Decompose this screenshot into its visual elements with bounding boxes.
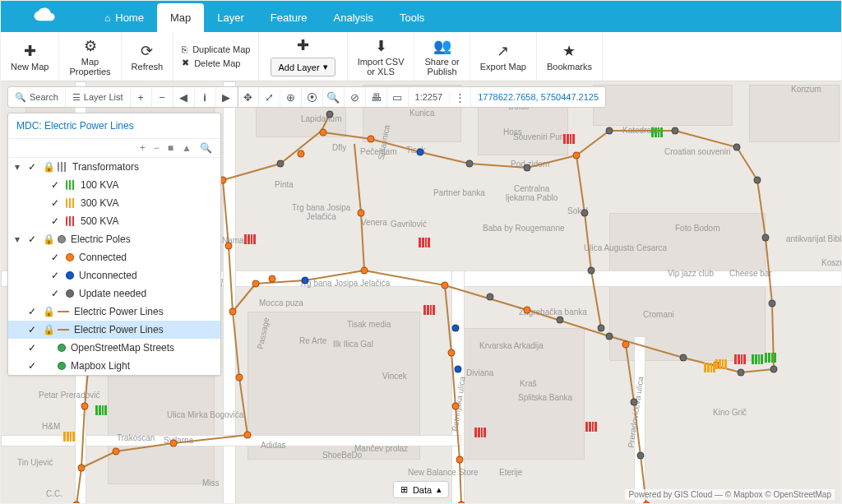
pole-node[interactable] <box>361 267 368 275</box>
layer-transformators[interactable]: ▾ ✓ 🔒 Transformators <box>8 158 220 176</box>
pole-node[interactable] <box>573 152 581 160</box>
transformator-node[interactable] <box>563 134 575 144</box>
pole-node[interactable] <box>631 399 638 406</box>
print-button[interactable]: 🖶 <box>366 87 387 107</box>
share-button[interactable]: 👥Share or Publish <box>414 32 470 81</box>
bookmarks-button[interactable]: ★Bookmarks <box>537 32 603 81</box>
area-select-button[interactable]: ⤢ <box>259 87 280 107</box>
transformator-node[interactable] <box>585 422 597 432</box>
add-layer-icon[interactable]: + <box>140 142 146 154</box>
full-extent-button[interactable]: ⊕ <box>280 87 302 107</box>
export-button[interactable]: ↗Export Map <box>470 32 537 81</box>
locate-button[interactable]: ⦿ <box>302 87 323 107</box>
new-map-button[interactable]: ✚New Map <box>1 32 59 81</box>
tab-feature[interactable]: Feature <box>257 3 321 32</box>
search-button[interactable]: 🔍Search <box>8 87 66 107</box>
coords-menu-button[interactable]: ⋮ <box>450 87 471 107</box>
pole-node[interactable] <box>170 440 178 447</box>
delete-map-button[interactable]: ✖Delete Map <box>182 58 250 68</box>
zoom-to-selection-button[interactable]: 🔍 <box>323 87 345 107</box>
pole-node[interactable] <box>762 234 770 242</box>
tab-home[interactable]: ⌂Home <box>91 3 157 32</box>
layer-mapbox[interactable]: ✓🔒Mapbox Light <box>8 357 220 375</box>
layer-update-needed[interactable]: ✓Update needed <box>8 284 220 303</box>
remove-layer-icon[interactable]: − <box>154 142 160 154</box>
folder-icon[interactable]: ■ <box>168 142 173 154</box>
check-icon[interactable]: ✓ <box>28 161 38 173</box>
pole-node[interactable] <box>320 129 327 136</box>
pole-node[interactable] <box>606 333 613 340</box>
pole-node[interactable] <box>442 282 449 289</box>
pole-node[interactable] <box>524 307 531 314</box>
pole-node[interactable] <box>244 432 252 439</box>
transformator-node[interactable] <box>651 127 663 137</box>
transformator-node[interactable] <box>474 428 486 437</box>
pole-node[interactable] <box>448 349 456 357</box>
transformator-node[interactable] <box>419 238 430 247</box>
pole-node[interactable] <box>113 448 120 455</box>
pole-node[interactable] <box>456 456 464 464</box>
pole-node[interactable] <box>78 465 86 472</box>
select-button[interactable]: ▶ <box>216 87 238 107</box>
layer-500kva[interactable]: ✓500 KVA <box>8 212 220 230</box>
pole-node[interactable] <box>298 150 305 158</box>
transformator-node[interactable] <box>752 354 763 364</box>
duplicate-map-button[interactable]: ⎘Duplicate Map <box>182 44 250 54</box>
zoom-in-button[interactable]: + <box>131 87 152 107</box>
layer-osm[interactable]: ✓🔒OpenStreetMap Streets <box>8 339 220 357</box>
layer-300kva[interactable]: ✓300 KVA <box>8 194 220 212</box>
pole-node[interactable] <box>229 308 237 316</box>
check-icon[interactable]: ✓ <box>51 197 61 209</box>
check-icon[interactable]: ✓ <box>51 252 61 263</box>
pole-node[interactable] <box>643 502 650 504</box>
pole-node[interactable] <box>277 160 285 168</box>
data-panel-toggle[interactable]: ⊞ Data ▴ <box>393 481 449 498</box>
pole-node[interactable] <box>588 267 595 275</box>
pole-node[interactable] <box>81 403 89 410</box>
check-icon[interactable]: ✓ <box>51 288 61 299</box>
import-button[interactable]: ⬇Import CSV or XLS <box>348 32 415 81</box>
refresh-button[interactable]: ⟳Refresh <box>122 32 174 81</box>
zoom-prev-button[interactable]: ◀ <box>173 87 195 107</box>
pole-node[interactable] <box>417 149 424 156</box>
transformator-node[interactable] <box>423 305 435 315</box>
pole-node[interactable] <box>598 325 605 332</box>
check-icon[interactable]: ✓ <box>28 306 38 317</box>
pole-node[interactable] <box>458 502 465 504</box>
tab-layer[interactable]: Layer <box>204 3 257 32</box>
layer-connected[interactable]: ✓Connected <box>8 248 220 266</box>
map-properties-button[interactable]: ⚙Map Properties <box>59 32 121 81</box>
transformator-node[interactable] <box>715 359 727 369</box>
pole-node[interactable] <box>770 366 778 373</box>
transformator-node[interactable] <box>95 405 107 415</box>
layer-electric-poles[interactable]: ▾ ✓ 🔒 Electric Poles <box>8 230 220 248</box>
pole-node[interactable] <box>487 294 494 301</box>
pole-node[interactable] <box>557 317 564 324</box>
transformator-node[interactable] <box>765 353 776 363</box>
map-viewport[interactable]: Lapidarium Dfly Pečenjam Kunica Tisak Do… <box>1 81 841 503</box>
pole-node[interactable] <box>581 210 589 217</box>
layer-unconnected[interactable]: ✓Unconnected <box>8 266 220 284</box>
layer-100kva[interactable]: ✓100 KVA <box>8 176 220 194</box>
pole-node[interactable] <box>769 300 776 307</box>
pole-node[interactable] <box>637 452 645 460</box>
pole-node[interactable] <box>466 160 474 168</box>
pole-node[interactable] <box>738 369 745 377</box>
add-layer-button[interactable]: Add Layer▾ <box>271 58 335 76</box>
pole-node[interactable] <box>672 127 679 135</box>
ruler-button[interactable]: ▭ <box>387 87 409 107</box>
check-icon[interactable]: ✓ <box>51 270 61 281</box>
pole-node[interactable] <box>455 366 462 373</box>
pole-node[interactable] <box>236 374 243 381</box>
pole-node[interactable] <box>680 354 687 362</box>
user-icon[interactable]: ▲ <box>182 142 192 154</box>
layer-list-button[interactable]: ☰Layer List <box>66 87 131 107</box>
tab-map[interactable]: Map <box>157 3 204 32</box>
pole-node[interactable] <box>225 243 233 250</box>
tab-tools[interactable]: Tools <box>386 3 437 32</box>
layer-epl-2[interactable]: ✓🔒Electric Power Lines <box>8 321 220 339</box>
zoom-out-button[interactable]: − <box>152 87 173 107</box>
search-layer-icon[interactable]: 🔍 <box>200 142 212 154</box>
tab-analysis[interactable]: Analysis <box>321 3 386 32</box>
project-title[interactable]: MDC: Electric Power Lines <box>8 113 220 139</box>
